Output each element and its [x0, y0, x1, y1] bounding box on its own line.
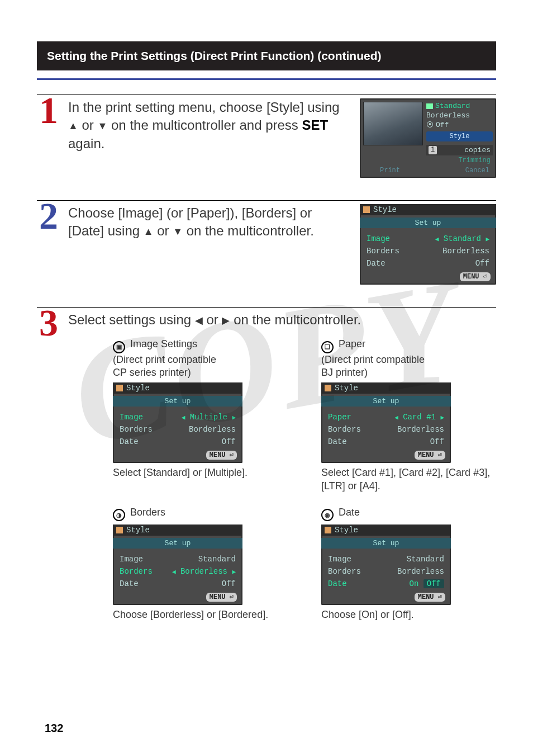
date-icon: ◉: [321, 509, 334, 521]
right-arrow-icon: ▶: [486, 236, 489, 243]
lcd-copies-row: 1 copies: [426, 145, 493, 155]
text-part: again.: [68, 136, 104, 151]
caption-bottom: Choose [On] or [Off].: [321, 608, 496, 621]
lcd-print-label: Print: [380, 167, 400, 174]
lcd-paper: Style Set up Paper◀ Card #1 ▶ BordersBor…: [321, 382, 451, 463]
lcd-title: Style: [373, 205, 397, 214]
borders-icon: ◑: [113, 509, 125, 521]
lcd-thumbnail: [363, 102, 423, 145]
down-arrow-icon: ▼: [173, 226, 183, 237]
caption: CP series printer): [113, 367, 191, 378]
lcd-cancel-label: Cancel: [465, 167, 489, 174]
section-header-text: Setting the Print Settings (Direct Print…: [47, 49, 381, 62]
lcd-option-borderless: Borderless: [426, 111, 493, 120]
caption-bottom: Select [Card #1], [Card #2], [Card #3], …: [321, 466, 496, 493]
caption-bottom: Select [Standard] or [Multiple].: [113, 466, 288, 479]
lcd-row-image: Image ◀ Standard ▶: [363, 233, 493, 245]
lcd-image: Style Set up Image◀ Multiple ▶ BordersBo…: [113, 382, 242, 463]
cell-borders: ◑ Borders Style Set up ImageStandard Bor…: [113, 506, 288, 622]
step-1: 1 In the print setting menu, choose [Sty…: [37, 94, 496, 178]
lcd-copies-label: copies: [464, 146, 491, 154]
cell-date: ◉ Date Style Set up ImageStandard Border…: [321, 506, 496, 622]
up-arrow-icon: ▲: [144, 226, 154, 237]
step-3-rule: [37, 307, 496, 308]
caption: Date: [336, 507, 360, 518]
lcd-option-off: ⦿Off: [426, 121, 493, 129]
cell-paper: ❑ Paper (Direct print compatible BJ prin…: [321, 338, 496, 493]
caption: BJ printer): [321, 367, 368, 378]
text-part: In the print setting menu, choose [Style…: [68, 100, 340, 115]
step-2: 2 Choose [Image] (or [Paper]), [Borders]…: [37, 200, 496, 285]
text-part: on the multicontroller.: [183, 223, 314, 238]
paper-icon: ❑: [321, 341, 334, 353]
step-3: 3 Select settings using ◀ or ▶ on the mu…: [37, 307, 496, 622]
step-2-number: 2: [35, 200, 63, 233]
caption: Image Settings: [127, 338, 197, 349]
lcd-date: Style Set up ImageStandard BordersBorder…: [321, 525, 451, 605]
header-rule: [37, 78, 496, 80]
lcd-row-borders: Borders Borderless: [363, 245, 493, 257]
step-2-lcd: Style Set up Image ◀ Standard ▶ Borders …: [360, 204, 496, 285]
lcd-title-icon: [325, 385, 331, 391]
lcd-menu-button: MENU ⏎: [460, 272, 491, 281]
caption: (Direct print compatible: [113, 354, 216, 365]
lcd-borders: Style Set up ImageStandard Borders◀ Bord…: [113, 525, 242, 605]
section-header: Setting the Print Settings (Direct Print…: [37, 41, 496, 70]
set-label: SET: [302, 117, 329, 133]
step-1-rule: [37, 94, 496, 95]
text-part: or: [78, 117, 98, 133]
lcd-style-button: Style: [426, 131, 493, 141]
left-arrow-icon: ◀: [435, 236, 439, 243]
step-2-rule: [37, 200, 496, 201]
step-1-number: 1: [35, 94, 63, 127]
caption: Borders: [127, 507, 165, 518]
lcd-title-icon: [116, 527, 123, 533]
left-arrow-icon: ◀: [195, 315, 203, 325]
text-part: or: [154, 223, 173, 238]
image-settings-icon: ▣: [113, 341, 125, 353]
lcd-setup-bar: Set up: [360, 218, 496, 228]
page-number: 132: [45, 722, 63, 735]
text-part: Select settings using: [68, 312, 195, 327]
lcd-trimming-label: Trimming: [426, 157, 493, 164]
caption-bottom: Choose [Borderless] or [Bordered].: [113, 608, 288, 621]
lcd-title-icon: [325, 527, 331, 533]
lcd-row-date: Date Off: [363, 257, 493, 270]
lcd-copies-count: 1: [429, 146, 437, 154]
text-part: on the multicontroller.: [230, 312, 361, 327]
caption: Paper: [336, 338, 365, 349]
lcd-option-standard: Standard: [426, 102, 493, 110]
text-part: on the multicontroller and press: [107, 117, 302, 133]
manual-page: COPY Setting the Print Settings (Direct …: [0, 0, 533, 756]
lcd-title-icon: [363, 206, 370, 213]
cell-image-settings: ▣ Image Settings (Direct print compatibl…: [113, 338, 288, 493]
step-1-lcd: Standard Borderless ⦿Off Style 1 copies …: [360, 98, 496, 178]
step-3-heading: Select settings using ◀ or ▶ on the mult…: [68, 311, 496, 329]
up-arrow-icon: ▲: [68, 121, 78, 131]
lcd-title-icon: [116, 385, 123, 391]
step-3-number: 3: [35, 307, 63, 339]
step-1-text: In the print setting menu, choose [Style…: [68, 98, 349, 153]
caption: (Direct print compatible: [321, 354, 425, 365]
check-icon: [426, 103, 433, 109]
right-arrow-icon: ▶: [222, 315, 230, 325]
text-part: or: [203, 312, 222, 327]
step-2-text: Choose [Image] (or [Paper]), [Borders] o…: [68, 204, 349, 240]
down-arrow-icon: ▼: [98, 121, 108, 131]
